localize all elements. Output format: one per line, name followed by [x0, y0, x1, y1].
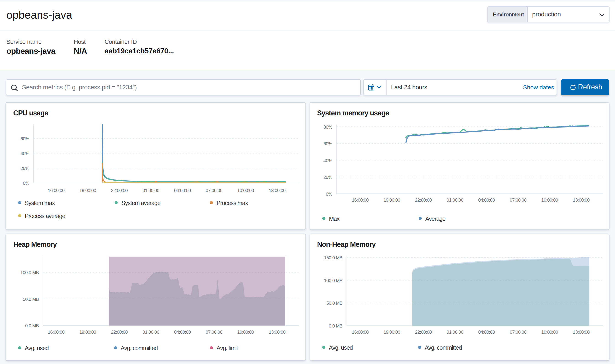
svg-text:16:00:00: 16:00:00 [352, 197, 369, 202]
svg-text:19:00:00: 19:00:00 [383, 197, 400, 202]
svg-text:System max: System max [25, 199, 55, 206]
svg-text:16:00:00: 16:00:00 [48, 329, 65, 334]
svg-text:13:00:00: 13:00:00 [269, 329, 286, 334]
svg-text:Average: Average [425, 215, 445, 222]
svg-text:22:00:00: 22:00:00 [415, 329, 432, 334]
svg-text:16:00:00: 16:00:00 [48, 188, 65, 193]
svg-text:01:00:00: 01:00:00 [142, 329, 159, 334]
svg-text:Avg. committed: Avg. committed [425, 344, 462, 351]
svg-text:16:00:00: 16:00:00 [352, 329, 369, 334]
svg-text:22:00:00: 22:00:00 [111, 188, 128, 193]
svg-text:19:00:00: 19:00:00 [80, 188, 96, 193]
svg-text:07:00:00: 07:00:00 [206, 188, 223, 193]
svg-text:04:00:00: 04:00:00 [174, 188, 191, 193]
svg-text:01:00:00: 01:00:00 [446, 197, 463, 202]
svg-text:Avg. limit: Avg. limit [217, 344, 238, 351]
svg-text:19:00:00: 19:00:00 [383, 329, 400, 334]
svg-text:0%: 0% [326, 191, 332, 196]
svg-text:20%: 20% [21, 166, 29, 171]
svg-text:Avg. used: Avg. used [329, 344, 353, 351]
svg-text:19:00:00: 19:00:00 [80, 329, 96, 334]
svg-text:07:00:00: 07:00:00 [206, 329, 223, 334]
svg-text:150.0 MB: 150.0 MB [324, 255, 342, 260]
svg-text:01:00:00: 01:00:00 [142, 188, 159, 193]
svg-text:50.0 MB: 50.0 MB [326, 300, 342, 305]
svg-text:40%: 40% [323, 158, 332, 163]
svg-text:13:00:00: 13:00:00 [269, 188, 286, 193]
svg-text:0%: 0% [23, 181, 29, 186]
svg-text:13:00:00: 13:00:00 [573, 197, 590, 202]
svg-text:60%: 60% [323, 141, 332, 146]
svg-text:100.0 MB: 100.0 MB [20, 270, 39, 275]
svg-text:10:00:00: 10:00:00 [541, 197, 558, 202]
svg-text:60%: 60% [21, 136, 29, 141]
svg-text:01:00:00: 01:00:00 [446, 329, 463, 334]
svg-text:Avg. used: Avg. used [25, 344, 49, 351]
svg-text:Avg. committed: Avg. committed [121, 344, 158, 351]
svg-text:10:00:00: 10:00:00 [237, 329, 254, 334]
svg-text:10:00:00: 10:00:00 [541, 329, 558, 334]
svg-text:0.0 MB: 0.0 MB [25, 323, 39, 328]
svg-text:04:00:00: 04:00:00 [174, 329, 191, 334]
svg-text:50.0 MB: 50.0 MB [23, 297, 39, 301]
svg-text:04:00:00: 04:00:00 [478, 329, 495, 334]
svg-text:07:00:00: 07:00:00 [509, 197, 526, 202]
svg-text:Process max: Process max [217, 199, 248, 206]
svg-text:80%: 80% [323, 124, 332, 129]
svg-text:20%: 20% [323, 175, 332, 180]
svg-text:07:00:00: 07:00:00 [509, 329, 526, 334]
svg-text:Max: Max [329, 215, 340, 222]
svg-text:Process average: Process average [25, 212, 66, 219]
svg-text:22:00:00: 22:00:00 [111, 329, 128, 334]
svg-text:22:00:00: 22:00:00 [415, 197, 432, 202]
svg-text:100.0 MB: 100.0 MB [324, 278, 342, 283]
svg-text:10:00:00: 10:00:00 [237, 188, 254, 193]
svg-text:04:00:00: 04:00:00 [478, 197, 495, 202]
svg-text:40%: 40% [21, 151, 29, 156]
svg-text:13:00:00: 13:00:00 [573, 329, 590, 334]
svg-text:System average: System average [122, 199, 161, 206]
svg-text:0.0 MB: 0.0 MB [328, 323, 342, 328]
